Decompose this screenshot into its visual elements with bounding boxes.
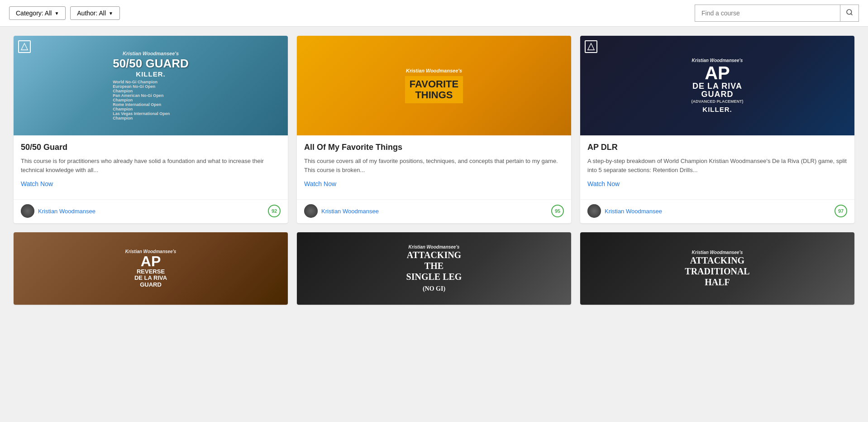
author-info-apdlr: Kristian Woodmansee [587, 204, 662, 218]
course-thumbnail-apreverse: Kristian Woodmansee's AP REVERSEDE LA RI… [14, 232, 288, 305]
thumb-author-script-fav: Kristian Woodmansee's [405, 68, 463, 73]
course-thumbnail-5050: Kristian Woodmansee's 50/50 GUARD KiLLER… [14, 36, 288, 135]
watch-now-apdlr[interactable]: Watch Now [587, 180, 620, 187]
course-card-apdlr: Kristian Woodmansee's AP DE LA RIVAGUARD… [580, 36, 854, 223]
author-name-favorite[interactable]: Kristian Woodmansee [321, 208, 379, 215]
thumb-bullets: World No-Gi Champion European No-Gi Open… [113, 80, 176, 120]
course-desc-5050: This course is for practitioners who alr… [21, 157, 281, 174]
author-arrow-icon: ▼ [109, 11, 113, 16]
thumb-author-script: Kristian Woodmansee's [113, 51, 189, 56]
watch-now-favorite[interactable]: Watch Now [304, 180, 336, 187]
search-button[interactable] [840, 5, 858, 21]
course-desc-apdlr: A step-by-step breakdown of World Champi… [587, 157, 847, 174]
thumb-ap-label: AP [692, 64, 744, 82]
search-box [695, 5, 859, 22]
course-card-5050: Kristian Woodmansee's 50/50 GUARD KiLLER… [14, 36, 288, 223]
card-body-favorite: All Of My Favorite Things This course co… [297, 135, 571, 199]
author-avatar-apdlr [587, 204, 601, 218]
thumb-yellow-box: FAVORITETHINGS [405, 76, 463, 103]
category-label: Category: All [16, 10, 52, 17]
card-footer-favorite: Kristian Woodmansee 95 [297, 199, 571, 223]
thumb-trad-label: ATTACKINGTRADITIONALHALF [685, 255, 749, 288]
author-info-5050: Kristian Woodmansee [21, 204, 95, 218]
thumb-dlr-adv: (ADVANCED PLACEMENT) [692, 99, 744, 104]
watch-now-5050[interactable]: Watch Now [21, 180, 53, 187]
thumb-singleleg-label: ATTACKINGTHESINGLE LEG(NO GI) [406, 249, 462, 293]
course-title-5050: 50/50 Guard [21, 143, 281, 152]
card-footer-apdlr: Kristian Woodmansee 97 [580, 199, 854, 223]
search-icon [846, 9, 853, 16]
thumb-main-title: 50/50 GUARD [113, 57, 189, 70]
course-title-favorite: All Of My Favorite Things [304, 143, 564, 152]
card-body-5050: 50/50 Guard This course is for practitio… [14, 135, 288, 199]
author-info-favorite: Kristian Woodmansee [304, 204, 379, 218]
author-filter[interactable]: Author: All ▼ [70, 6, 120, 20]
course-thumbnail-favorite: Kristian Woodmansee's FAVORITETHINGS [297, 36, 571, 135]
author-name-apdlr[interactable]: Kristian Woodmansee [605, 208, 662, 215]
course-thumbnail-singleleg: Kristian Woodmansee's ATTACKINGTHESINGLE… [297, 232, 571, 305]
thumb-author-script-sl: Kristian Woodmansee's [406, 245, 462, 249]
lesson-badge-apdlr: 97 [835, 205, 847, 217]
thumb-killer-label: KiLLER. [113, 70, 189, 78]
course-card-singleleg: Kristian Woodmansee's ATTACKINGTHESINGLE… [297, 232, 571, 305]
search-input[interactable] [695, 5, 840, 21]
course-desc-favorite: This course covers all of my favorite po… [304, 157, 564, 174]
author-avatar-5050 [21, 204, 34, 218]
course-card-trad: Kristian Woodmansee's ATTACKINGTRADITION… [580, 232, 854, 305]
svg-line-1 [851, 14, 852, 15]
thumb-reverse-label: REVERSEDE LA RIVAGUARD [125, 269, 176, 288]
svg-marker-2 [21, 43, 28, 50]
category-arrow-icon: ▼ [54, 11, 59, 16]
main-content: Kristian Woodmansee's 50/50 GUARD KiLLER… [0, 27, 868, 314]
thumb-dlr-label: DE LA RIVAGUARD [692, 82, 744, 98]
author-avatar-favorite [304, 204, 318, 218]
course-card-apreverse: Kristian Woodmansee's AP REVERSEDE LA RI… [14, 232, 288, 305]
brand-logo-icon-dlr [585, 40, 597, 53]
course-title-apdlr: AP DLR [587, 143, 847, 152]
thumb-author-script-trad: Kristian Woodmansee's [685, 250, 749, 255]
thumb-author-script-dlr: Kristian Woodmansee's [692, 58, 744, 63]
svg-marker-3 [588, 43, 594, 50]
lesson-badge-5050: 92 [268, 205, 281, 217]
course-thumbnail-trad: Kristian Woodmansee's ATTACKINGTRADITION… [580, 232, 854, 305]
lesson-badge-favorite: 95 [551, 205, 564, 217]
card-footer-5050: Kristian Woodmansee 92 [14, 199, 288, 223]
author-label: Author: All [77, 10, 106, 17]
course-card-favorite: Kristian Woodmansee's FAVORITETHINGS All… [297, 36, 571, 223]
author-name-5050[interactable]: Kristian Woodmansee [38, 208, 95, 215]
brand-logo-icon [18, 40, 31, 53]
category-filter[interactable]: Category: All ▼ [9, 6, 66, 20]
course-grid: Kristian Woodmansee's 50/50 GUARD KiLLER… [14, 36, 854, 305]
thumb-fav-title: FAVORITETHINGS [410, 79, 458, 101]
thumb-killer-dlr: KiLLER. [692, 106, 744, 113]
card-body-apdlr: AP DLR A step-by-step breakdown of World… [580, 135, 854, 199]
filter-group: Category: All ▼ Author: All ▼ [9, 6, 120, 20]
thumb-ap-rev: AP [125, 254, 176, 269]
top-bar: Category: All ▼ Author: All ▼ [0, 0, 868, 27]
course-thumbnail-apdlr: Kristian Woodmansee's AP DE LA RIVAGUARD… [580, 36, 854, 135]
